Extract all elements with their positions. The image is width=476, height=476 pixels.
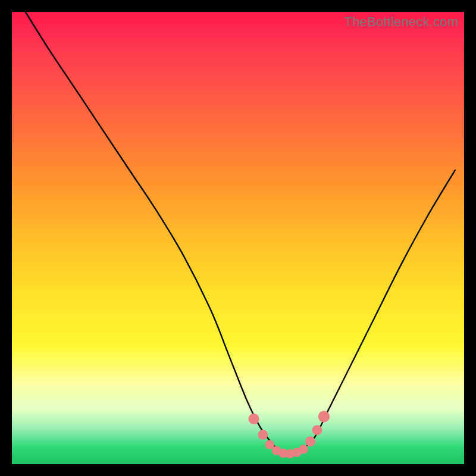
curve-marker — [312, 425, 322, 436]
chart-frame: TheBottleneck.com — [0, 0, 476, 476]
curve-marker — [305, 437, 315, 447]
curve-markers — [249, 411, 330, 459]
curve-marker — [258, 430, 268, 440]
bottleneck-curve — [26, 12, 455, 456]
curve-marker — [249, 414, 259, 424]
curve-marker — [318, 411, 330, 422]
chart-svg — [12, 12, 464, 464]
curve-marker — [299, 444, 308, 454]
plot-area: TheBottleneck.com — [12, 12, 464, 464]
